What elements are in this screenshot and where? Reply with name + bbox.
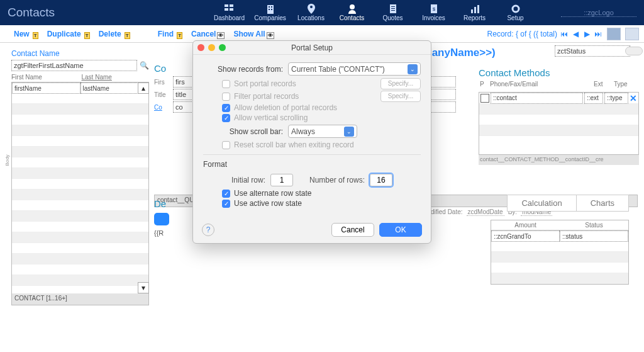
modal-titlebar: Portal Setup bbox=[193, 41, 431, 55]
help-button[interactable]: ? bbox=[202, 224, 214, 236]
allow-scroll-checkbox[interactable]: ✓ bbox=[222, 114, 230, 122]
modal-cancel-button[interactable]: Cancel bbox=[331, 223, 374, 237]
sort-specify-button[interactable]: Specify... bbox=[380, 78, 421, 89]
show-from-label: Show records from: bbox=[203, 65, 288, 74]
show-from-select[interactable]: Current Table ("CONTACT") ⌄ bbox=[288, 62, 421, 76]
close-window-icon[interactable] bbox=[197, 44, 204, 51]
allow-delete-checkbox[interactable]: ✓ bbox=[222, 104, 230, 112]
filter-specify-button[interactable]: Specify... bbox=[380, 91, 421, 102]
zoom-window-icon[interactable] bbox=[219, 44, 226, 51]
modal-ok-button[interactable]: OK bbox=[379, 223, 422, 237]
modal-title: Portal Setup bbox=[193, 41, 431, 55]
minimize-window-icon[interactable] bbox=[208, 44, 215, 51]
sort-checkbox[interactable] bbox=[222, 80, 230, 88]
alt-row-checkbox[interactable]: ✓ bbox=[222, 190, 230, 198]
modal-overlay: Portal Setup Show records from: Current … bbox=[0, 0, 644, 352]
initial-row-input[interactable] bbox=[270, 174, 293, 186]
number-of-rows-input[interactable] bbox=[370, 174, 392, 186]
filter-checkbox[interactable] bbox=[222, 93, 230, 101]
active-row-checkbox[interactable]: ✓ bbox=[222, 200, 230, 208]
dropdown-icon: ⌄ bbox=[408, 64, 418, 74]
scrollbar-label: Show scroll bar: bbox=[203, 127, 288, 136]
initrow-label: Initial row: bbox=[231, 176, 265, 185]
numrows-label: Number of rows: bbox=[309, 176, 365, 185]
portal-setup-dialog: Portal Setup Show records from: Current … bbox=[192, 40, 431, 244]
reset-checkbox[interactable] bbox=[222, 141, 230, 149]
scrollbar-select[interactable]: Always ⌄ bbox=[288, 125, 357, 138]
dropdown-icon: ⌄ bbox=[344, 127, 354, 137]
format-label: Format bbox=[203, 160, 421, 169]
